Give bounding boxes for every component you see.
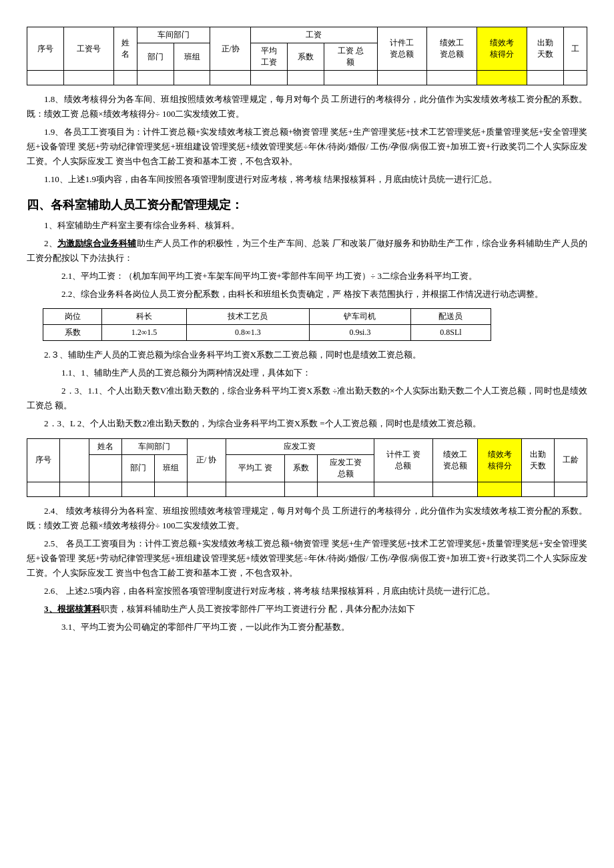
col-workshop-group: 车间部门: [137, 27, 210, 43]
t2-col-num: [59, 438, 89, 482]
pos-tech: 技术工艺员: [186, 309, 309, 325]
t2-col-jixiao: 绩效工资总额: [433, 438, 478, 482]
coeff-delivery: 0.8SLl: [410, 325, 491, 341]
t2-col-attendance: 出勤天数: [522, 438, 555, 482]
wage-table-1: 序号 工资号 姓名 车间部门 正/协 工资 计件工资总额 绩效工资总额 绩效考核…: [27, 27, 587, 85]
t2-col-zhengxie: 正/ 协: [187, 438, 226, 482]
pos-header: 岗位: [43, 309, 102, 325]
para-2-3-2: 2．3、L 2、个人出勤天数2准出勤天数的，为综合业务科平均工资X系数 =个人工…: [27, 416, 587, 431]
t2-col-wage-group: 应发工资: [226, 438, 374, 454]
para-4-2: 2、为激励综合业务科辅助生产人员工作的积极性，为三个生产车间、总装 厂和改装厂做…: [27, 236, 587, 266]
col-jixiao-score: 绩效考核得分: [477, 27, 527, 71]
para-2-1: 2.1、平均工资：（机加车间平均工资+车架车间平均工资+零部件车间平 均工资）÷…: [27, 269, 587, 284]
col-wage-num: 工资号: [63, 27, 113, 71]
para-2-2: 2.2、综合业务科各岗位人员工资分配系数，由科长和班组长负责确定，严 格按下表范…: [27, 287, 587, 302]
t2-col-score: 绩效考核得分: [477, 438, 522, 482]
t2-col-age: 工龄: [555, 438, 587, 482]
para-1-1: 1.1、1、辅助生产人员的工资总额分为两种情况处理，具体如下：: [27, 366, 587, 380]
col-avg-wage: 平均工资: [250, 43, 287, 71]
coeff-kezhang: 1.2∞1.5: [102, 325, 187, 341]
page-content: 序号 工资号 姓名 车间部门 正/协 工资 计件工资总额 绩效工资总额 绩效考核…: [27, 27, 587, 634]
pos-forklift: 铲车司机: [309, 309, 410, 325]
col-zhengxie: 正/协: [210, 27, 250, 71]
col-dept: 部门: [137, 43, 174, 71]
t2-col-total: 应发工资总额: [318, 454, 374, 482]
col-attendance: 出勤天数: [527, 27, 564, 71]
t2-col-seq: 序号: [27, 438, 60, 482]
para-2-4: 2.4、 绩效考核得分为各科室、班组按照绩效考核管理规定，每月对每个员 工所进行…: [27, 504, 587, 533]
position-coeff-table: 岗位 科长 技术工艺员 铲车司机 配送员 系数 1.2∞1.5 0.8∞1.3 …: [43, 308, 491, 341]
t2-col-name: 姓名: [89, 438, 122, 454]
para-1-9: 1.9、各员工工资项目为：计件工资总额+实发绩效考核工资总额+物资管理 奖惩+生…: [27, 125, 587, 169]
para-1-8: 1.8、绩效考核得分为各车间、班组按照绩效考核管理规定，每月对每个员 工所进行的…: [27, 92, 587, 121]
col-jixiao-total: 绩效工资总额: [427, 27, 477, 71]
col-wage-total: 工资 总额: [324, 43, 377, 71]
pos-kezhang: 科长: [102, 309, 187, 325]
para-2-3-1: 2．3、1.1、个人出勤天数V准出勤天数的，综合业务科平均工资X系数 ÷准出勤天…: [27, 384, 587, 413]
t2-col-team: 班组: [154, 454, 187, 482]
t2-col-avg: 平均工 资: [226, 454, 285, 482]
para-2-6: 2.6、 上述2.5项内容，由各科室按照各项管理制度进行对应考核，将考核 结果报…: [27, 584, 587, 598]
t2-col-jijian: 计件工 资总额: [374, 438, 433, 482]
t2-col-coeff: 系数: [285, 454, 318, 482]
col-coeff: 系数: [287, 43, 324, 71]
col-work: 工: [564, 27, 587, 71]
para-1-10: 1.10、上述1.9项内容，由各车间按照各项管理制度进行对应考核，将考核 结果报…: [27, 172, 587, 187]
t2-col-workshop: 车间部门: [121, 438, 187, 454]
wage-table-2: 序号 姓名 车间部门 正/ 协 应发工资 计件工 资总额 绩效工资总额 绩效考核…: [27, 438, 587, 497]
coeff-label: 系数: [43, 325, 102, 341]
col-wage-group: 工资: [250, 27, 377, 43]
para-4-2-bold: 为激励综合业务科辅: [57, 238, 137, 248]
para-3-bold: 3、根据核算科: [44, 604, 101, 614]
coeff-forklift: 0.9si.3: [309, 325, 410, 341]
pos-delivery: 配送员: [410, 309, 491, 325]
para-3: 3、根据核算科职责，核算科辅助生产人员工资按零部件厂平均工资进行分 配，具体分配…: [27, 602, 587, 616]
col-name: 姓名: [113, 27, 137, 71]
col-jijian-total: 计件工资总额: [377, 27, 427, 71]
para-2-5: 2.5、 各员工工资项目为：计件工资总额+实发绩效考核工资总额+物资管理 奖惩+…: [27, 536, 587, 580]
t2-col-dept: 部门: [121, 454, 154, 482]
col-seq: 序号: [27, 27, 64, 71]
col-team: 班组: [174, 43, 210, 71]
section-4-heading: 四、各科室辅助人员工资分配管理规定：: [27, 197, 587, 213]
coeff-tech: 0.8∞1.3: [186, 325, 309, 341]
para-3-1: 3.1、平均工资为公司确定的零部件厂平均工资，一以此作为工资分配基数。: [27, 620, 587, 634]
para-2-3: 2.３、辅助生产人员的工资总额为综合业务科平均工资X系数二工资总额，同时也是绩效…: [27, 348, 587, 362]
para-4-1: 1、科室辅助生产科室主要有综合业务科、核算科。: [27, 218, 587, 233]
